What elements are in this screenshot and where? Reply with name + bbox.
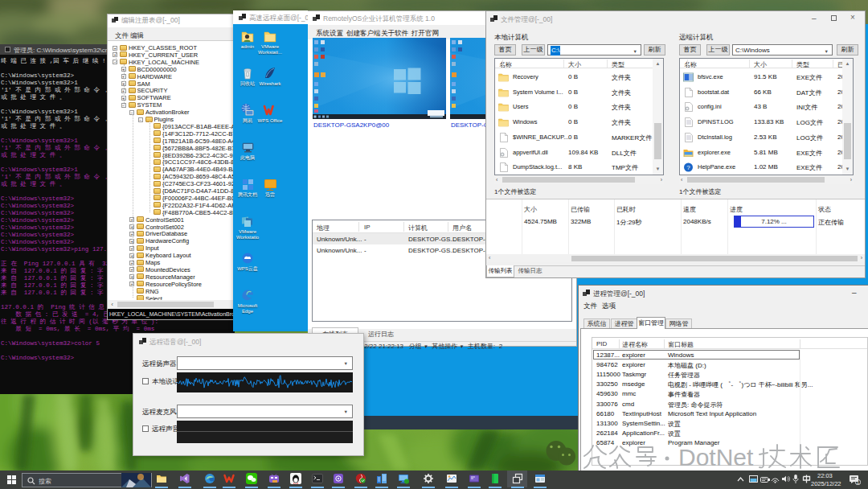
svg-text:?: ? — [686, 164, 690, 171]
svg-text:DotNet: DotNet — [678, 444, 754, 471]
